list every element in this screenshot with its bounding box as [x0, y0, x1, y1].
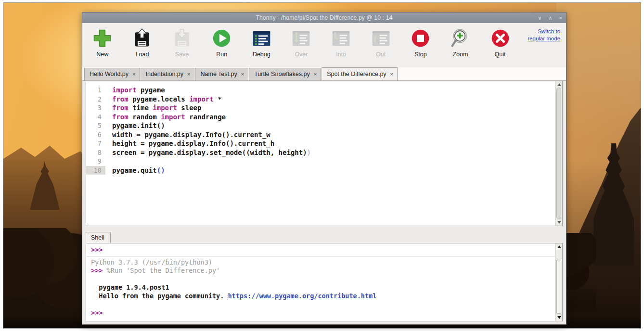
code-token: pygame.locals: [129, 95, 189, 103]
new-button[interactable]: New: [90, 27, 115, 58]
code-token: height = pygame.display.Info().current_h: [112, 140, 274, 147]
tab-label: Turtle Snowflakes.py: [254, 71, 310, 77]
shell-prompt: >>>: [91, 267, 107, 274]
step-over-button: Over: [289, 27, 314, 58]
shell-panel[interactable]: >>> Python 3.7.3 (/usr/bin/python3)>>> %…: [86, 243, 563, 321]
tab-shell[interactable]: Shell: [86, 232, 111, 243]
pygame-contribute-link[interactable]: https://www.pygame.org/contribute.html: [228, 292, 376, 300]
code-lines[interactable]: import pygamefrom pygame.locals import *…: [105, 81, 562, 226]
step-into-button: Into: [329, 27, 354, 58]
tab-spot-the-difference[interactable]: Spot the Difference.py ×: [322, 67, 398, 80]
keyword-token: from: [112, 104, 129, 112]
quit-button-label: Quit: [495, 51, 506, 58]
debug-icon: [251, 27, 272, 49]
tab-hello-world[interactable]: Hello World.py ×: [84, 68, 140, 80]
line-number: 3: [86, 103, 105, 113]
tab-close-icon[interactable]: ×: [314, 72, 317, 77]
code-token: *: [214, 95, 222, 103]
tab-indentation[interactable]: Indentation.py ×: [141, 68, 195, 80]
line-number: 2: [86, 95, 105, 104]
quit-button[interactable]: Quit: [488, 27, 513, 58]
zoom-button[interactable]: Zoom: [448, 27, 473, 58]
debug-button[interactable]: Debug: [249, 27, 274, 58]
line-number: 8: [86, 148, 105, 157]
shell-line: >>> %Run 'Spot the Difference.py': [91, 267, 552, 275]
code-editor[interactable]: 12345678910 import pygamefrom pygame.loc…: [86, 81, 563, 226]
code-line: from pygame.locals import *: [112, 95, 562, 104]
editor-gutter: 12345678910: [86, 81, 105, 226]
maximize-window-icon[interactable]: ∧: [549, 15, 553, 21]
tab-close-icon[interactable]: ×: [390, 72, 393, 77]
code-token: pygame: [137, 86, 165, 94]
line-number: 4: [86, 113, 105, 122]
shell-text: Python 3.7.3 (/usr/bin/python3): [91, 258, 212, 266]
window-controls: ∨ ∧ ×: [538, 13, 562, 23]
shell-text: Hello from the pygame community.: [91, 292, 228, 300]
thonny-window: Thonny - /home/pi/Spot the Difference.py…: [82, 12, 567, 325]
code-token: sleep: [177, 104, 202, 112]
shell-line: [91, 275, 552, 284]
shell-text: %Run 'Spot the Difference.py': [107, 267, 220, 274]
tab-label: Name Test.py: [200, 71, 237, 77]
scroll-up-icon[interactable]: [557, 83, 561, 86]
step-into-button-label: Into: [336, 51, 346, 58]
code-token: ): [307, 149, 311, 156]
window-title: Thonny - /home/pi/Spot the Difference.py…: [82, 14, 566, 21]
step-out-button: Out: [368, 27, 393, 58]
shell-lines: >>> Python 3.7.3 (/usr/bin/python3)>>> %…: [91, 246, 552, 317]
shell-line: >>>: [91, 309, 552, 318]
tab-turtle-snowflakes[interactable]: Turtle Snowflakes.py ×: [249, 68, 321, 80]
new-plus-icon: [91, 27, 113, 49]
code-line: from random import randrange: [112, 113, 562, 122]
step-over-button-label: Over: [295, 51, 308, 58]
save-button-label: Save: [175, 51, 189, 58]
scroll-down-icon[interactable]: [557, 316, 561, 319]
tab-close-icon[interactable]: ×: [132, 72, 135, 77]
code-token: (): [157, 166, 165, 174]
run-button-label: Run: [216, 51, 227, 58]
code-token: width = pygame.display.Info().current_w: [112, 131, 270, 139]
load-button-label: Load: [136, 51, 149, 58]
switch-to-regular-mode-link[interactable]: Switch to regular mode: [528, 27, 562, 42]
shell-scrollbar-thumb[interactable]: [556, 260, 561, 314]
keyword-token: from: [112, 113, 129, 121]
tab-close-icon[interactable]: ×: [241, 72, 244, 77]
code-line: pygame.init(): [112, 121, 562, 130]
save-button: Save: [169, 27, 194, 58]
code-token: time: [129, 104, 153, 112]
titlebar[interactable]: Thonny - /home/pi/Spot the Difference.py…: [82, 13, 566, 23]
stop-icon: [410, 27, 431, 49]
shell-line: Python 3.7.3 (/usr/bin/python3): [91, 258, 552, 267]
tab-close-icon[interactable]: ×: [187, 72, 190, 77]
line-number: 6: [86, 130, 105, 140]
step-out-button-label: Out: [376, 51, 386, 58]
stop-button[interactable]: Stop: [408, 27, 433, 58]
scroll-down-icon[interactable]: [557, 221, 561, 224]
load-button[interactable]: Load: [130, 27, 155, 58]
debug-button-label: Debug: [253, 51, 270, 58]
screen: Thonny - /home/pi/Spot the Difference.py…: [0, 0, 644, 331]
line-number: 1: [86, 86, 105, 95]
close-window-icon[interactable]: ×: [559, 15, 562, 21]
run-button[interactable]: Run: [209, 27, 234, 58]
step-out-icon: [370, 27, 392, 49]
shell-scrollbar[interactable]: [555, 243, 562, 321]
tab-name-test[interactable]: Name Test.py ×: [195, 68, 248, 80]
shell-prompt: >>>: [91, 309, 103, 317]
editor-scrollbar-thumb[interactable]: [556, 88, 561, 219]
keyword-token: import: [153, 104, 177, 112]
scroll-up-icon[interactable]: [557, 245, 561, 248]
code-token: randrange: [185, 113, 226, 121]
line-number: 9: [86, 157, 105, 166]
step-over-icon: [290, 27, 312, 49]
line-number: 10: [86, 166, 105, 175]
save-floppy-icon: [171, 27, 193, 49]
keyword-token: import: [161, 113, 185, 121]
editor-shell-divider[interactable]: [82, 226, 566, 231]
shade-window-icon[interactable]: ∨: [538, 15, 541, 21]
editor-scrollbar[interactable]: [555, 81, 562, 226]
toolbar: New Load: [82, 23, 566, 67]
zoom-button-label: Zoom: [452, 51, 468, 58]
code-token: pygame.init(): [112, 122, 165, 129]
step-into-icon: [330, 27, 352, 49]
